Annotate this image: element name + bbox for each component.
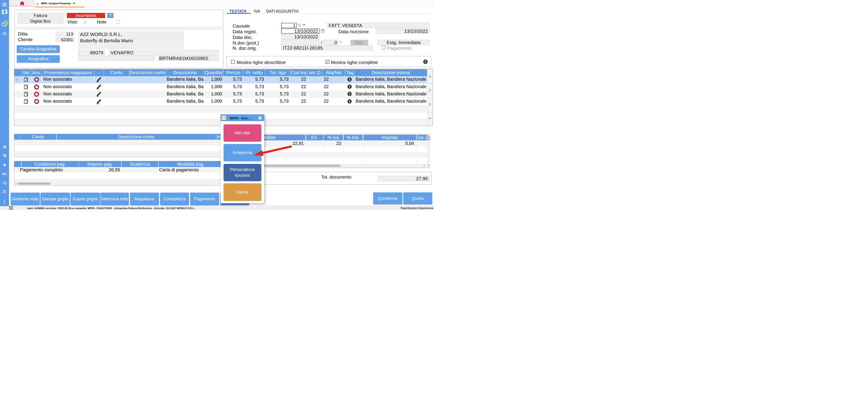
svg-text:3: 3 [322, 30, 323, 32]
svg-text:1: 1 [5, 21, 7, 24]
